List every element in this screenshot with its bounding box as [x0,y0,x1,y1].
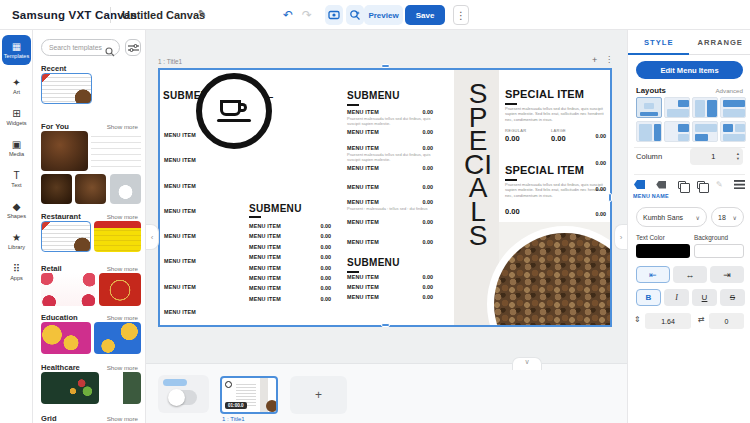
strikethrough-button[interactable]: S [720,289,745,306]
filter-button[interactable] [125,39,141,56]
template-tile[interactable] [41,372,99,404]
resize-handle-bottom[interactable] [381,323,390,327]
text-color-swatch[interactable] [636,244,690,258]
edit-menu-items-button[interactable]: Edit Menu Items [636,61,743,79]
rail-item-widgets[interactable]: ⊞ Widgets [2,103,31,132]
template-tile[interactable] [41,174,72,204]
menu-price: 0.00 [423,145,434,151]
layout-option-7[interactable] [692,121,718,142]
page-duration-badge[interactable]: 01:00.0 [225,402,247,409]
underline-button[interactable]: U [692,289,717,306]
line-height-input[interactable]: 1.64 [645,313,691,329]
resize-handle-top[interactable] [381,64,390,68]
advanced-link[interactable]: Advanced [715,87,743,94]
layout-option-5[interactable] [636,121,662,142]
align-center-button[interactable]: ↔ [673,266,707,283]
page-thumbnail-label[interactable]: 1 : Title1 [222,416,245,422]
coffee-logo[interactable] [196,73,272,149]
show-more-grid[interactable]: Show more [107,415,138,422]
menu-artboard[interactable]: SUBMENU — MENU ITEM MENU ITEM MENU ITEM … [158,68,612,327]
background-color-swatch[interactable] [694,244,744,258]
template-tile[interactable] [41,221,91,252]
rail-item-shapes[interactable]: ◆ Shapes [2,196,31,225]
align-right-button[interactable]: ⇥ [710,266,744,283]
template-tile[interactable] [41,322,91,354]
layout-option-3[interactable] [692,97,718,118]
page-thumbnail[interactable]: 01:00.0 [220,376,278,414]
ai-search-button[interactable] [346,5,364,25]
align-left-button[interactable]: ⇤ [636,266,670,283]
rail-item-text[interactable]: T Text [2,165,31,194]
menu-price: 0.00 [321,275,332,285]
rail-item-library[interactable]: ★ Library [2,227,31,256]
save-button[interactable]: Save [405,5,445,25]
layout-option-8[interactable] [720,121,746,142]
template-tile[interactable] [41,131,88,171]
layout-option-2[interactable] [664,97,690,118]
template-tile[interactable] [41,73,92,104]
add-page-button[interactable]: + [290,376,347,414]
layout-option-4[interactable] [720,97,746,118]
font-size-select[interactable]: 18 ∨ [711,207,744,227]
italic-button[interactable]: I [664,289,689,306]
preview-button[interactable]: Preview [364,5,403,25]
playback-toggle-card[interactable] [158,375,209,413]
left-rail: ▦ Templates ✦ Art ⊞ Widgets ▣ Media T Te… [0,30,33,423]
rail-item-templates[interactable]: ▦ Templates [2,35,31,65]
template-tile[interactable] [94,322,141,354]
tab-arrange[interactable]: ARRANGE [690,30,750,54]
rail-item-apps[interactable]: ⠿ Apps [2,258,31,287]
letter-spacing-input[interactable]: 0 [709,313,744,329]
show-more-healthcare[interactable]: Show more [107,364,138,371]
menu-price: 0.00 [321,296,332,306]
list-icon[interactable] [734,180,745,189]
copy-icon[interactable] [678,181,686,189]
rail-item-media[interactable]: ▣ Media [2,134,31,163]
document-title[interactable]: Untitled Canvas [122,9,205,21]
bold-button[interactable]: B [636,289,661,306]
edit-title-icon[interactable]: ✎ [198,8,206,19]
template-tile[interactable] [103,372,141,404]
column-stepper[interactable]: 1 ▴ ▾ [690,148,743,165]
collapse-right-panel-tab[interactable]: › [614,224,627,250]
menu-left-item-list[interactable]: MENU ITEM MENU ITEM MENU ITEM MENU ITEM … [164,132,196,327]
size-price: 0.00 [551,134,566,143]
add-element-icon[interactable]: + [592,55,597,65]
more-options-button[interactable]: ⋮ [453,5,469,25]
menu-item: MENU ITEM [249,254,281,264]
show-more-restaurant[interactable]: Show more [107,213,138,220]
special-item-heading: SPECIAL ITEM [505,88,584,100]
duplicate-icon[interactable] [697,181,705,189]
specials-column[interactable]: SPECIAL ITEM Praesent malesuada tellus s… [499,70,612,327]
template-tile[interactable] [110,174,141,204]
collapse-filmstrip-tab[interactable]: ∨ [512,357,542,370]
template-tile[interactable] [99,273,141,306]
template-tile[interactable] [94,221,141,252]
tab-style[interactable]: STYLE [628,30,690,54]
resize-handle-right[interactable] [608,193,612,202]
menu-item: MENU ITEM [164,183,196,208]
collapse-left-panel-tab[interactable]: ‹ [146,224,159,250]
submenu-block-lower[interactable]: SUBMENU MENU ITEM0.00 MENU ITEM0.00 MENU… [249,203,331,306]
template-tile[interactable] [75,174,106,204]
menu-name-tag-icon[interactable] [634,180,645,189]
font-family-select[interactable]: Kumbh Sans ∨ [636,207,707,227]
template-tile[interactable] [41,273,95,306]
rail-item-art[interactable]: ✦ Art [2,72,31,101]
stepper-arrows[interactable]: ▴ ▾ [737,152,739,160]
redo-button[interactable]: ↷ [297,5,317,25]
toggle-switch[interactable] [169,390,197,405]
layout-option-1[interactable] [636,97,662,118]
show-more-education[interactable]: Show more [107,314,138,321]
submenu-block-main[interactable]: SUBMENU MENU ITEM0.00 Praesent malesuada… [347,70,433,327]
item-tag-icon[interactable] [656,181,666,189]
show-more-for-you[interactable]: Show more [107,123,138,130]
page-options-icon[interactable]: ⋮ [605,55,613,64]
send-to-display-button[interactable] [325,5,343,25]
template-tile[interactable] [91,131,141,171]
stepper-down-icon[interactable]: ▾ [737,157,739,161]
size-label-regular: REGULAR [505,128,526,133]
show-more-retail[interactable]: Show more [107,265,138,272]
undo-button[interactable]: ↶ [278,5,298,25]
layout-option-6[interactable] [664,121,690,142]
